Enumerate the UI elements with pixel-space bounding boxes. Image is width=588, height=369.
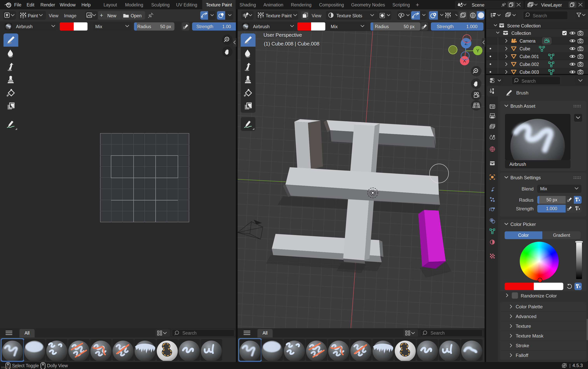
svg-text:Y: Y	[476, 48, 479, 53]
svg-text:X: X	[463, 58, 466, 63]
